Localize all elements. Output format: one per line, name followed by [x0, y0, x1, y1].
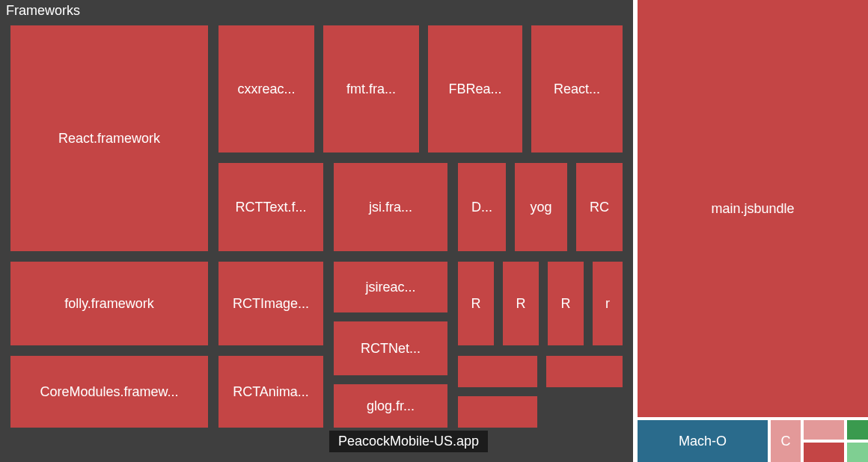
cell-green2[interactable] [847, 443, 868, 462]
cell-unlabeled-1[interactable] [458, 356, 537, 387]
cell-r2[interactable]: R [503, 262, 539, 345]
cell-r3[interactable]: R [548, 262, 584, 345]
label-macho: Mach-O [638, 420, 768, 462]
cell-d[interactable]: D... [458, 163, 506, 251]
label-rc: RC [576, 163, 623, 251]
cell-fmt[interactable]: fmt.fra... [323, 25, 419, 153]
cell-green1[interactable] [847, 420, 868, 440]
cell-react-framework[interactable]: React.framework [10, 25, 208, 251]
cell-r1[interactable]: R [458, 262, 494, 345]
label-jsi: jsi.fra... [334, 163, 447, 251]
cell-unlabeled-2[interactable] [546, 356, 623, 387]
label-rctnet: RCTNet... [334, 321, 447, 375]
cell-rctnet[interactable]: RCTNet... [334, 321, 447, 375]
root-label: PeacockMobile-US.app [329, 431, 488, 452]
label-main-jsbundle: main.jsbundle [638, 0, 868, 417]
cell-glog[interactable]: glog.fr... [334, 384, 447, 428]
group-label-frameworks: Frameworks [6, 3, 80, 19]
cell-coremodules-framework[interactable]: CoreModules.framew... [10, 356, 208, 428]
label-fmt: fmt.fra... [323, 25, 419, 153]
cell-rctanima[interactable]: RCTAnima... [218, 356, 323, 428]
cell-jsi[interactable]: jsi.fra... [334, 163, 447, 251]
cell-main-jsbundle[interactable]: main.jsbundle [638, 0, 868, 417]
label-r2: R [503, 262, 539, 345]
cell-pink-small[interactable] [804, 420, 844, 440]
label-jsireac: jsireac... [334, 262, 447, 312]
label-coremod: CoreModules.framew... [10, 356, 208, 428]
label-c: C [771, 420, 801, 462]
cell-fbrea[interactable]: FBRea... [428, 25, 522, 153]
cell-rctimage[interactable]: RCTImage... [218, 262, 323, 345]
label-r1: R [458, 262, 494, 345]
label-glog: glog.fr... [334, 384, 447, 428]
cell-c[interactable]: C [771, 420, 801, 462]
cell-r4[interactable]: r [593, 262, 623, 345]
cell-yog[interactable]: yog [515, 163, 567, 251]
cell-rc[interactable]: RC [576, 163, 623, 251]
label-react-framework: React.framework [10, 25, 208, 251]
cell-jsireac[interactable]: jsireac... [334, 262, 447, 312]
label-rctanima: RCTAnima... [218, 356, 323, 428]
label-folly: folly.framework [10, 262, 208, 345]
cell-unlabeled-3[interactable] [458, 396, 537, 428]
label-d: D... [458, 163, 506, 251]
label-rctimage: RCTImage... [218, 262, 323, 345]
label-react2: React... [531, 25, 623, 153]
label-rcttext: RCTText.f... [218, 163, 323, 251]
cell-mach-o[interactable]: Mach-O [638, 420, 768, 462]
cell-red-small[interactable] [804, 443, 844, 462]
label-r3: R [548, 262, 584, 345]
label-yog: yog [515, 163, 567, 251]
cell-cxxreact[interactable]: cxxreac... [218, 25, 314, 153]
cell-react2[interactable]: React... [531, 25, 623, 153]
cell-rcttext[interactable]: RCTText.f... [218, 163, 323, 251]
label-fbrea: FBRea... [428, 25, 522, 153]
label-r4: r [593, 262, 623, 345]
cell-folly-framework[interactable]: folly.framework [10, 262, 208, 345]
label-cxxreac: cxxreac... [218, 25, 314, 153]
